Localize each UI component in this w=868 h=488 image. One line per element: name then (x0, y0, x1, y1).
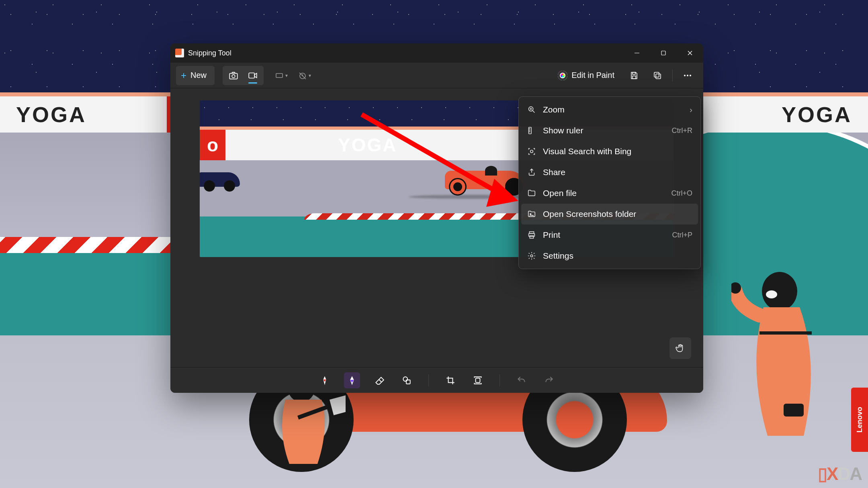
toolbar-separator (428, 374, 429, 386)
gear-icon (527, 251, 536, 261)
undo-button[interactable] (514, 372, 530, 388)
plus-icon: + (181, 70, 186, 81)
hand-icon (675, 343, 686, 353)
svg-rect-13 (229, 73, 237, 79)
text-actions-button[interactable] (470, 372, 486, 388)
paint-palette-icon (558, 71, 567, 80)
camera-icon (228, 70, 239, 81)
maximize-button[interactable] (650, 43, 677, 63)
svg-line-19 (299, 73, 306, 79)
print-icon (527, 230, 536, 240)
svg-rect-34 (529, 127, 531, 134)
delay-dropdown[interactable]: ▾ (294, 66, 314, 85)
titlebar[interactable]: Snipping Tool (170, 43, 703, 63)
touch-writing-button[interactable] (669, 337, 691, 359)
wallpaper-pitcrew-standing (731, 267, 844, 452)
menu-label: Visual Search with Bing (543, 147, 692, 156)
svg-point-38 (530, 150, 533, 153)
preview-yoga-text: YOGA (338, 134, 397, 156)
photo-mode-button[interactable] (224, 67, 243, 84)
folder-icon (527, 188, 536, 198)
eraser-button[interactable] (371, 372, 387, 388)
new-snip-button[interactable]: + New (176, 66, 215, 85)
save-icon (629, 70, 639, 81)
chevron-down-icon: ▾ (309, 73, 311, 78)
preview-blue-car (200, 172, 240, 187)
menu-print[interactable]: Print Ctrl+P (521, 225, 698, 245)
chevron-right-icon: › (690, 105, 692, 114)
shapes-button[interactable] (399, 372, 415, 388)
menu-label: Share (543, 167, 692, 177)
menu-label: Open Screenshots folder (543, 209, 692, 219)
menu-label: Show ruler (543, 126, 665, 135)
preview-red-car (445, 171, 525, 189)
window-title: Snipping Tool (188, 49, 231, 57)
ruler-icon (527, 126, 536, 135)
menu-open-file[interactable]: Open file Ctrl+O (521, 183, 698, 204)
more-icon (682, 70, 693, 81)
svg-rect-20 (633, 72, 635, 74)
edit-in-paint-button[interactable]: Edit in Paint (551, 66, 621, 85)
toolbar: + New ▾ ▾ (170, 63, 703, 88)
menu-label: Print (543, 230, 665, 240)
menu-open-screenshots-folder[interactable]: Open Screenshots folder (521, 204, 698, 225)
menu-shortcut: Ctrl+O (671, 189, 692, 198)
svg-point-5 (766, 290, 777, 298)
svg-point-43 (530, 255, 533, 257)
bottom-toolbar (170, 367, 703, 393)
capture-mode-group (223, 66, 264, 85)
svg-rect-7 (760, 331, 812, 335)
svg-point-25 (687, 75, 688, 76)
rectangle-icon (274, 70, 285, 81)
svg-rect-29 (476, 378, 480, 382)
svg-point-14 (232, 74, 235, 78)
menu-visual-search[interactable]: Visual Search with Bing (521, 141, 698, 162)
ballpoint-pen-button[interactable] (317, 372, 333, 388)
new-label: New (190, 71, 207, 80)
svg-point-26 (690, 75, 691, 76)
snip-shape-dropdown[interactable]: ▾ (271, 66, 291, 85)
svg-rect-42 (530, 236, 533, 238)
more-options-button[interactable] (678, 66, 698, 85)
edit-in-paint-label: Edit in Paint (571, 71, 614, 80)
svg-point-24 (684, 75, 686, 76)
zoom-icon (527, 105, 536, 114)
close-button[interactable] (677, 43, 703, 63)
crop-button[interactable] (442, 372, 459, 388)
wallpaper-yoga-right: YOGA (782, 102, 852, 127)
svg-point-27 (403, 377, 407, 381)
menu-label: Settings (543, 251, 692, 261)
lenovo-tag: Lenovo (851, 388, 868, 452)
save-button[interactable] (624, 66, 644, 85)
highlighter-button[interactable] (344, 372, 360, 388)
video-icon (248, 70, 258, 81)
more-options-menu: Zoom › Show ruler Ctrl+R Visual Search w… (518, 96, 701, 269)
svg-rect-21 (633, 76, 636, 79)
wallpaper-yoga-left: YOGA (16, 102, 86, 127)
svg-rect-10 (661, 51, 665, 55)
svg-rect-22 (656, 74, 661, 79)
svg-point-4 (762, 272, 797, 310)
menu-shortcut: Ctrl+R (671, 127, 692, 135)
svg-rect-16 (276, 74, 283, 78)
minimize-button[interactable] (624, 43, 650, 63)
svg-rect-23 (654, 72, 659, 77)
menu-settings[interactable]: Settings (521, 245, 698, 266)
redo-button[interactable] (541, 372, 557, 388)
caption-buttons (624, 43, 703, 63)
folder-image-icon (527, 209, 536, 219)
video-mode-button[interactable] (244, 67, 262, 84)
copy-button[interactable] (647, 66, 667, 85)
toolbar-separator (500, 374, 500, 386)
menu-zoom[interactable]: Zoom › (521, 99, 698, 120)
menu-label: Open file (543, 188, 665, 198)
menu-share[interactable]: Share (521, 162, 698, 183)
lens-search-icon (527, 147, 536, 156)
toolbar-separator (672, 69, 673, 82)
svg-rect-15 (249, 73, 254, 78)
copy-icon (652, 70, 663, 81)
chevron-down-icon: ▾ (285, 73, 288, 78)
menu-shortcut: Ctrl+P (672, 231, 692, 239)
menu-show-ruler[interactable]: Show ruler Ctrl+R (521, 120, 698, 141)
xda-watermark: ▯XDA (818, 463, 862, 484)
